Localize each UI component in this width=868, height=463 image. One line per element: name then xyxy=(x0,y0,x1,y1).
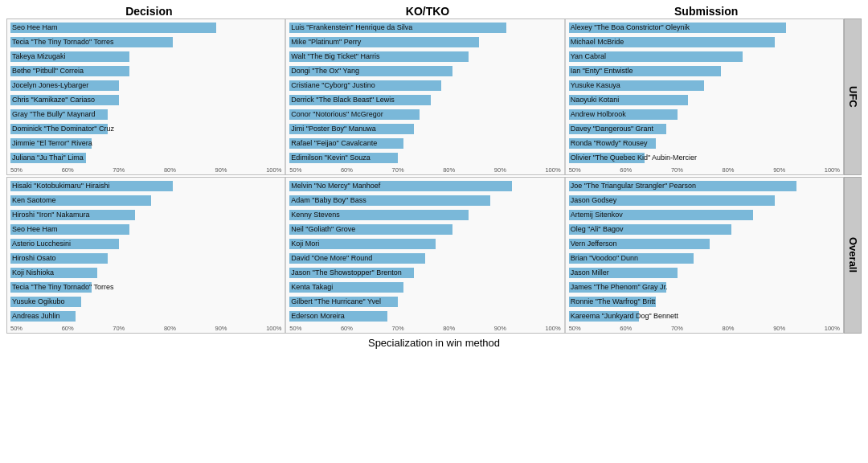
bar-label: Neil "Goliath" Grove xyxy=(291,223,355,236)
bar-row: Neil "Goliath" Grove xyxy=(289,223,560,236)
bar-label: Ian "Enty" Entwistle xyxy=(571,65,633,77)
bar-row: Gilbert "The Hurricane" Yvel xyxy=(289,295,560,309)
bar-label: Jason "The Showstopper" Brenton xyxy=(291,267,401,279)
bar-label: Dongi "The Ox" Yang xyxy=(291,65,359,77)
bar-row: Walt "The Big Ticket" Harris xyxy=(289,50,560,64)
bar-row: Yusuke Kasuya xyxy=(569,79,840,92)
bar-row: Oleg "Ali" Bagov xyxy=(569,223,840,236)
bar-label: Andreas Juhlin xyxy=(12,310,60,322)
bar-label: Ederson Moreira xyxy=(291,310,345,322)
bar-row: Jimmie "El Terror" Rivera xyxy=(10,137,281,150)
axis-70b: 70% xyxy=(392,166,404,174)
bar-label: Adam "Baby Boy" Bass xyxy=(291,195,366,207)
bar-row: Dominick "The Dominator" Cruz xyxy=(10,122,281,136)
bar-label: Kenta Takagi xyxy=(291,281,333,293)
axis-60b: 60% xyxy=(341,166,353,174)
bar-label: Hisaki "Kotobukimaru" Hiraishi xyxy=(12,180,109,192)
bar-label: Yusuke Kasuya xyxy=(571,80,620,92)
bar-label: Joe "The Triangular Strangler" Pearson xyxy=(571,180,696,192)
bar-label: Derrick "The Black Beast" Lewis xyxy=(291,94,394,106)
bar-row: Gray "The Bully" Maynard xyxy=(10,108,281,121)
bar-row: Ian "Enty" Entwistle xyxy=(569,64,840,78)
chart-title: Specialization in win method xyxy=(6,337,862,349)
axis-50: 50% xyxy=(10,166,23,174)
bar-row: Andreas Juhlin xyxy=(10,309,281,323)
axis-80b: 80% xyxy=(443,166,455,174)
axis-100c: 100% xyxy=(825,166,840,174)
bar-row: Brian "Voodoo" Dunn xyxy=(569,252,840,265)
axis-60: 60% xyxy=(62,166,74,174)
ufc-row-label: UFC xyxy=(844,18,862,175)
bar-row: Juliana "Ju Thai" Lima xyxy=(10,151,281,165)
bar-label: Kareema "Junkyard Dog" Bennett xyxy=(571,310,678,322)
bar-label: Seo Hee Ham xyxy=(12,223,58,236)
bar-row: Jason Godsey xyxy=(569,194,840,207)
bar-label: Oleg "Ali" Bagov xyxy=(571,223,624,236)
bar-label: Ronnie "The Warfrog" Britt xyxy=(571,296,656,308)
bar-label: Jason Miller xyxy=(571,267,609,279)
bar-label: Davey "Dangerous" Grant xyxy=(571,123,653,135)
bar-label: Naoyuki Kotani xyxy=(571,94,620,106)
ufc-submission-panel: Alexey "The Boa Constrictor" OleynikMich… xyxy=(565,19,843,174)
bar-row: Jocelyn Jones-Lybarger xyxy=(10,79,281,92)
bar-row: Michael McBride xyxy=(569,35,840,49)
axis-100b: 100% xyxy=(545,166,560,174)
bar-label: Hiroshi Osato xyxy=(12,252,56,264)
bar-row: Hiroshi Osato xyxy=(10,252,281,265)
bar-label: Ronda "Rowdy" Rousey xyxy=(571,137,648,150)
bar-row: Asterio Lucchesini xyxy=(10,237,281,251)
bar-row: Davey "Dangerous" Grant xyxy=(569,122,840,136)
bar-label: Brian "Voodoo" Dunn xyxy=(571,252,638,264)
bar-row: Ronda "Rowdy" Rousey xyxy=(569,137,840,150)
bar-row: Tecia "The Tiny Tornado" Torres xyxy=(10,281,281,294)
bar-row: Dongi "The Ox" Yang xyxy=(289,64,560,78)
overall-submission-panel: Joe "The Triangular Strangler" PearsonJa… xyxy=(565,178,843,333)
bar-label: Hiroshi "Iron" Nakamura xyxy=(12,209,89,221)
axis-70: 70% xyxy=(113,166,125,174)
axis-90c: 90% xyxy=(773,166,785,174)
bar-label: Juliana "Ju Thai" Lima xyxy=(12,152,84,164)
bar-row: Jason "The Showstopper" Brenton xyxy=(289,266,560,280)
axis-100: 100% xyxy=(266,166,281,174)
bar-row: Jimi "Poster Boy" Manuwa xyxy=(289,122,560,136)
bar-row: Hisaki "Kotobukimaru" Hiraishi xyxy=(10,179,281,193)
bar-label: Asterio Lucchesini xyxy=(12,238,71,250)
bar-row: Ederson Moreira xyxy=(289,309,560,323)
bar-row: Ronnie "The Warfrog" Britt xyxy=(569,295,840,309)
bar-row: Alexey "The Boa Constrictor" Oleynik xyxy=(569,21,840,35)
bar-label: Kenny Stevens xyxy=(291,209,340,221)
decision-header: Decision xyxy=(10,5,289,18)
bar-label: Jimi "Poster Boy" Manuwa xyxy=(291,123,375,135)
overall-kotko-panel: Melvin "No Mercy" ManhoefAdam "Baby Boy"… xyxy=(285,178,564,333)
bar-label: Michael McBride xyxy=(571,36,624,48)
bar-row: Cristiane "Cyborg" Justino xyxy=(289,79,560,92)
bar-row: Bethe "Pitbull" Correia xyxy=(10,64,281,78)
bar-row: Edimilson "Kevin" Souza xyxy=(289,151,560,165)
bar-row: Seo Hee Ham xyxy=(10,223,281,236)
bar-row: Koji Nishioka xyxy=(10,266,281,280)
bar-row: Kareema "Junkyard Dog" Bennett xyxy=(569,309,840,323)
submission-header: Submission xyxy=(567,5,845,18)
bar-label: Jason Godsey xyxy=(571,195,617,207)
axis-90: 90% xyxy=(215,166,227,174)
bar-row: Olivier "The Quebec Kid" Aubin-Mercier xyxy=(569,151,840,165)
axis-90b: 90% xyxy=(494,166,506,174)
bar-row: Derrick "The Black Beast" Lewis xyxy=(289,93,560,107)
bar-label: Ken Saotome xyxy=(12,195,56,207)
bar-label: Koji Mori xyxy=(291,238,319,250)
bar-label: Dominick "The Dominator" Cruz xyxy=(12,123,114,135)
kotko-header: KO/TKO xyxy=(289,5,567,18)
bar-row: Melvin "No Mercy" Manhoef xyxy=(289,179,560,193)
axis-70c: 70% xyxy=(671,166,683,174)
bar-label: Alexey "The Boa Constrictor" Oleynik xyxy=(571,22,690,34)
bar-row: Ken Saotome xyxy=(10,194,281,207)
bar-row: Adam "Baby Boy" Bass xyxy=(289,194,560,207)
bar-label: Artemij Sitenkov xyxy=(571,209,623,221)
bar-row: Takeya Mizugaki xyxy=(10,50,281,64)
bar-label: Cristiane "Cyborg" Justino xyxy=(291,80,375,92)
bar-row: Hiroshi "Iron" Nakamura xyxy=(10,208,281,222)
bar-row: Jason Miller xyxy=(569,266,840,280)
bar-row: James "The Phenom" Gray Jr. xyxy=(569,281,840,294)
bar-row: Conor "Notorious" McGregor xyxy=(289,108,560,121)
bar-label: Andrew Holbrook xyxy=(571,109,626,121)
